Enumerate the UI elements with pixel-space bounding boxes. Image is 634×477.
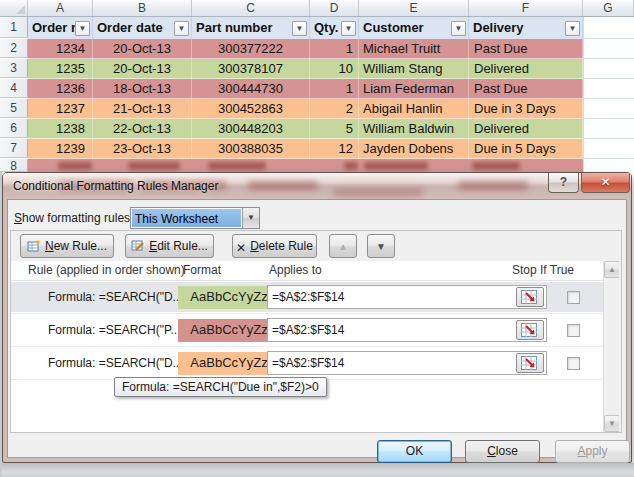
cell-delivery[interactable]: Due in 5 Days bbox=[469, 139, 583, 159]
help-button[interactable]: ? bbox=[548, 173, 579, 193]
row-number-4[interactable]: 4 bbox=[0, 79, 28, 98]
table-row[interactable]: 123721-Oct-133004528632Abigail HanlinDue… bbox=[28, 99, 583, 119]
rules-scrollbar[interactable]: ▲ ▼ bbox=[603, 261, 619, 432]
applies-to-input[interactable]: =$A$2:$F$14 bbox=[267, 351, 547, 375]
cell-part_number[interactable]: 300377222 bbox=[192, 39, 310, 59]
ok-button[interactable]: OK bbox=[377, 440, 452, 463]
rule-row[interactable]: Formula: =SEARCH("P...AaBbCcYyZz=$A$2:$F… bbox=[11, 315, 603, 345]
cell-order_no[interactable]: 1237 bbox=[28, 99, 93, 119]
column-header-A[interactable]: A bbox=[28, 0, 93, 16]
apply-button: Apply bbox=[555, 440, 630, 463]
row-number-2[interactable]: 2 bbox=[0, 39, 28, 58]
row-number-1[interactable]: 1 bbox=[0, 17, 28, 38]
cell-order_date[interactable]: 20-Oct-13 bbox=[93, 39, 192, 59]
cell-qty[interactable]: 1 bbox=[310, 79, 359, 99]
filter-button-order_no[interactable]: ▼ bbox=[75, 21, 90, 36]
show-rules-dropdown[interactable]: This Worksheet ▼ bbox=[130, 207, 260, 229]
cell-order_no[interactable]: 1235 bbox=[28, 59, 93, 79]
cell-order_date[interactable]: 23-Oct-13 bbox=[93, 139, 192, 159]
filter-button-part_number[interactable]: ▼ bbox=[292, 21, 307, 36]
close-button[interactable]: Close bbox=[465, 440, 540, 463]
column-header-C[interactable]: C bbox=[192, 0, 310, 16]
chevron-down-icon[interactable]: ▼ bbox=[242, 208, 259, 228]
cell-part_number[interactable]: 300388035 bbox=[192, 139, 310, 159]
edit-rule-icon bbox=[131, 237, 145, 259]
cell-delivery[interactable]: Delivered bbox=[469, 59, 583, 79]
cell-customer[interactable]: Jayden Dobens bbox=[359, 139, 469, 159]
cell-qty[interactable]: 1 bbox=[310, 39, 359, 59]
column-header-F[interactable]: F bbox=[469, 0, 583, 16]
row-number-5[interactable]: 5 bbox=[0, 99, 28, 118]
row-number-3[interactable]: 3 bbox=[0, 59, 28, 78]
cell-delivery[interactable]: Past Due bbox=[469, 39, 583, 59]
cell-order_no[interactable]: 1234 bbox=[28, 39, 93, 59]
filter-button-delivery[interactable]: ▼ bbox=[565, 21, 580, 36]
cell-order_no[interactable]: 1238 bbox=[28, 119, 93, 139]
column-header-D[interactable]: D bbox=[310, 0, 359, 16]
move-rule-up-button[interactable]: ▲ bbox=[329, 234, 357, 258]
range-picker-button[interactable] bbox=[516, 320, 544, 340]
cell-order_date[interactable]: 22-Oct-13 bbox=[93, 119, 192, 139]
table-row[interactable]: 123420-Oct-133003772221Michael TruittPas… bbox=[28, 39, 583, 59]
delete-rule-button[interactable]: ✕Delete Rule bbox=[232, 234, 317, 258]
rule-row[interactable]: Formula: =SEARCH("D...AaBbCcYyZz=$A$2:$F… bbox=[11, 348, 603, 378]
cell-qty[interactable]: 12 bbox=[310, 139, 359, 159]
column-header-G[interactable]: G bbox=[583, 0, 634, 16]
applies-to-input[interactable]: =$A$2:$F$14 bbox=[267, 285, 547, 309]
cell-customer[interactable]: Liam Federman bbox=[359, 79, 469, 99]
cell-order_no[interactable]: 1236 bbox=[28, 79, 93, 99]
cell-qty[interactable]: 2 bbox=[310, 99, 359, 119]
cell-qty[interactable]: 5 bbox=[310, 119, 359, 139]
blurred-cell-text bbox=[472, 162, 520, 170]
move-rule-down-button[interactable]: ▼ bbox=[367, 234, 395, 258]
cell-part_number[interactable]: 300378107 bbox=[192, 59, 310, 79]
range-picker-button[interactable] bbox=[516, 353, 544, 373]
cell-customer[interactable]: William Baldwin bbox=[359, 119, 469, 139]
row-number-6[interactable]: 6 bbox=[0, 119, 28, 138]
column-header-B[interactable]: B bbox=[93, 0, 192, 16]
cell-customer[interactable]: Michael Truitt bbox=[359, 39, 469, 59]
stop-if-true-checkbox[interactable] bbox=[567, 291, 580, 304]
stop-if-true-checkbox[interactable] bbox=[567, 324, 580, 337]
scroll-up-icon[interactable]: ▲ bbox=[604, 261, 619, 278]
list-column-header: Format bbox=[183, 261, 221, 280]
cell-qty[interactable]: 10 bbox=[310, 59, 359, 79]
range-picker-icon bbox=[521, 290, 541, 306]
sheet-edge-sliver bbox=[0, 172, 2, 477]
dialog-titlebar[interactable]: Conditional Formatting Rules Manager ? ✕ bbox=[3, 173, 631, 199]
glass-blur-artifact bbox=[458, 181, 528, 190]
row-number-7[interactable]: 7 bbox=[0, 139, 28, 158]
cell-customer[interactable]: William Stang bbox=[359, 59, 469, 79]
row-number-8[interactable]: 8 bbox=[0, 159, 28, 172]
cell-part_number[interactable]: 300452863 bbox=[192, 99, 310, 119]
edit-rule-button[interactable]: Edit Rule... bbox=[125, 234, 214, 258]
cell-delivery[interactable]: Due in 3 Days bbox=[469, 99, 583, 119]
cell-order_date[interactable]: 21-Oct-13 bbox=[93, 99, 192, 119]
cell-order_date[interactable]: 18-Oct-13 bbox=[93, 79, 192, 99]
filter-button-qty[interactable]: ▼ bbox=[341, 21, 356, 36]
cell-delivery[interactable]: Delivered bbox=[469, 119, 583, 139]
partial-row-8[interactable] bbox=[28, 159, 583, 172]
table-row[interactable]: 123923-Oct-1330038803512Jayden DobensDue… bbox=[28, 139, 583, 159]
select-all-corner[interactable] bbox=[0, 0, 28, 16]
cell-customer[interactable]: Abigail Hanlin bbox=[359, 99, 469, 119]
table-row[interactable]: 123520-Oct-1330037810710William StangDel… bbox=[28, 59, 583, 79]
table-row[interactable]: 123618-Oct-133004447301Liam FedermanPast… bbox=[28, 79, 583, 99]
new-rule-button[interactable]: ✶New Rule... bbox=[20, 234, 114, 258]
rule-row[interactable]: Formula: =SEARCH("D...AaBbCcYyZz=$A$2:$F… bbox=[11, 282, 603, 312]
range-picker-button[interactable] bbox=[516, 287, 544, 307]
cell-part_number[interactable]: 300444730 bbox=[192, 79, 310, 99]
scroll-down-icon[interactable]: ▼ bbox=[604, 415, 619, 432]
applies-to-input[interactable]: =$A$2:$F$14 bbox=[267, 318, 547, 342]
column-header-E[interactable]: E bbox=[359, 0, 469, 16]
close-icon[interactable]: ✕ bbox=[581, 173, 630, 193]
cell-part_number[interactable]: 300448203 bbox=[192, 119, 310, 139]
cell-order_date[interactable]: 20-Oct-13 bbox=[93, 59, 192, 79]
cell-delivery[interactable]: Past Due bbox=[469, 79, 583, 99]
delete-rule-label: Delete Rule bbox=[250, 239, 313, 253]
table-row[interactable]: 123822-Oct-133004482035William BaldwinDe… bbox=[28, 119, 583, 139]
filter-button-customer[interactable]: ▼ bbox=[451, 21, 466, 36]
stop-if-true-checkbox[interactable] bbox=[567, 357, 580, 370]
filter-button-order_date[interactable]: ▼ bbox=[174, 21, 189, 36]
cell-order_no[interactable]: 1239 bbox=[28, 139, 93, 159]
